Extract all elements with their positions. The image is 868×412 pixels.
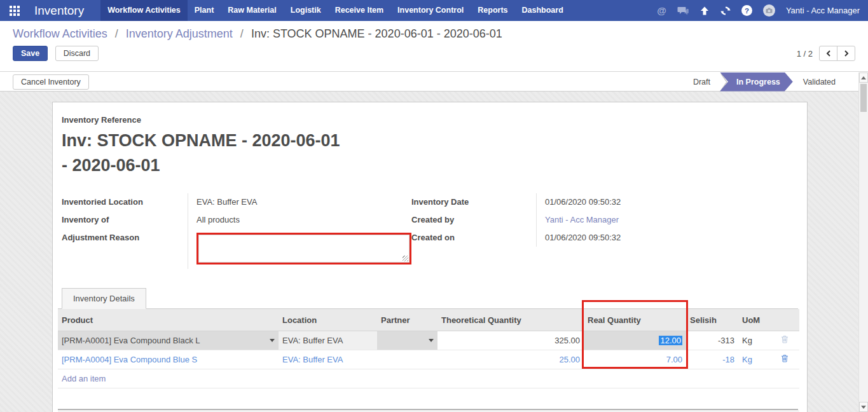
- inventory-date-value[interactable]: 01/06/2020 09:50:32: [536, 193, 803, 211]
- status-step-validated[interactable]: Validated: [793, 72, 846, 92]
- tab-strip: Inventory Details: [58, 288, 798, 309]
- form-action-bar: Cancel Inventory Draft In Progress Valid…: [0, 72, 858, 92]
- arrow-up-icon[interactable]: [699, 6, 710, 16]
- pager-previous-button[interactable]: [819, 46, 837, 61]
- main-menu: Workflow Activities Plant Raw Material L…: [100, 0, 570, 21]
- delete-row-button[interactable]: [770, 331, 799, 350]
- column-header-partner[interactable]: Partner: [377, 309, 437, 331]
- column-header-uom[interactable]: UoM: [738, 309, 770, 331]
- theoretical-quantity-cell[interactable]: 25.00: [437, 350, 584, 369]
- refresh-icon[interactable]: [720, 6, 731, 16]
- chevron-down-icon: [270, 339, 275, 342]
- breadcrumb-separator: /: [115, 27, 118, 40]
- breadcrumb: Workflow Activities / Inventory Adjustme…: [13, 27, 855, 41]
- add-an-item-link[interactable]: Add an item: [58, 369, 799, 388]
- product-cell[interactable]: [PRM-A0004] Eva Compound Blue S: [58, 350, 279, 369]
- control-panel: Workflow Activities / Inventory Adjustme…: [0, 21, 868, 72]
- triangle-down-icon: [861, 406, 866, 409]
- top-navbar: Inventory Workflow Activities Plant Raw …: [0, 0, 868, 21]
- breadcrumb-inventory-adjustment[interactable]: Inventory Adjustment: [126, 27, 233, 40]
- right-field-group: Inventory Date 01/06/2020 09:50:32 Creat…: [411, 193, 803, 269]
- location-cell[interactable]: EVA: Buffer EVA: [279, 350, 377, 369]
- adjustment-reason-textarea[interactable]: [198, 235, 410, 263]
- table-header-row: Product Location Partner Theoretical Qua…: [58, 309, 799, 331]
- menu-item-plant[interactable]: Plant: [188, 0, 221, 21]
- table-row: [PRM-A0004] Eva Compound Blue S EVA: Buf…: [58, 350, 799, 369]
- product-dropdown[interactable]: [PRM-A0001] Eva Compound Black L: [58, 331, 279, 350]
- pager-next-button[interactable]: [837, 46, 855, 61]
- control-panel-buttons-row: Save Discard 1 / 2: [13, 46, 855, 61]
- cancel-inventory-button[interactable]: Cancel Inventory: [13, 74, 89, 90]
- breadcrumb-workflow-activities[interactable]: Workflow Activities: [13, 27, 107, 40]
- status-step-draft[interactable]: Draft: [683, 72, 720, 92]
- menu-item-reports[interactable]: Reports: [471, 0, 514, 21]
- created-on-value[interactable]: 01/06/2020 09:50:32: [536, 229, 803, 247]
- form-sheet: Inventory Reference Inv: STOCK OPNAME - …: [52, 102, 808, 412]
- trash-icon: [781, 335, 789, 343]
- discard-button[interactable]: Discard: [55, 46, 99, 61]
- chevron-down-icon: [429, 339, 434, 342]
- triangle-up-icon: [861, 76, 866, 79]
- delete-row-button[interactable]: [770, 350, 799, 369]
- column-header-real-quantity[interactable]: Real Quantity: [584, 309, 686, 331]
- real-quantity-cell[interactable]: 7.00: [584, 350, 686, 369]
- inventory-reference-label: Inventory Reference: [58, 115, 798, 125]
- product-value: [PRM-A0001] Eva Compound Black L: [62, 336, 200, 345]
- column-header-actions: [770, 309, 799, 331]
- pager: 1 / 2: [797, 46, 855, 61]
- chat-icon[interactable]: [677, 6, 689, 15]
- inventoried-location-value[interactable]: EVA: Buffer EVA: [188, 193, 411, 211]
- created-by-label: Created by: [411, 211, 536, 229]
- column-header-selisih[interactable]: Selisih: [686, 309, 738, 331]
- notebook: Inventory Details Product Location Partn…: [58, 288, 798, 412]
- app-title[interactable]: Inventory: [34, 0, 84, 21]
- help-icon[interactable]: ?: [741, 5, 752, 16]
- record-buttons: Save Discard: [13, 46, 99, 61]
- selisih-cell[interactable]: -18: [686, 350, 738, 369]
- created-by-value[interactable]: Yanti - Acc Manager: [536, 211, 803, 229]
- inventoried-location-label: Inventoried Location: [62, 193, 188, 211]
- chevron-right-icon: [844, 50, 849, 57]
- pager-counter: 1 / 2: [797, 49, 813, 58]
- annotation-box-adjustment-reason: [196, 233, 411, 264]
- inventory-lines-table: Product Location Partner Theoretical Qua…: [58, 309, 799, 388]
- menu-item-raw-material[interactable]: Raw Material: [221, 0, 283, 21]
- table-spacer: [58, 388, 798, 409]
- uom-cell: Kg: [738, 331, 770, 350]
- menu-item-receive-item[interactable]: Receive Item: [328, 0, 390, 21]
- navbar-right-tools: @ ? Yanti - Acc Manager: [657, 0, 868, 21]
- created-on-label: Created on: [411, 229, 536, 247]
- statusbar: Draft In Progress Validated: [683, 72, 846, 92]
- real-quantity-input[interactable]: 12.00: [584, 331, 686, 350]
- apps-grid-glyph: [10, 6, 20, 16]
- totals-row: 350.00 19.00 -331: [58, 409, 798, 412]
- field-groups: Inventoried Location EVA: Buffer EVA Inv…: [58, 193, 798, 269]
- column-header-product[interactable]: Product: [58, 309, 279, 331]
- inventory-of-value[interactable]: All products: [188, 211, 411, 229]
- partner-dropdown[interactable]: [377, 331, 437, 350]
- status-step-in-progress[interactable]: In Progress: [720, 72, 793, 92]
- chevron-left-icon: [826, 50, 831, 57]
- scroll-up-button[interactable]: [859, 72, 868, 83]
- apps-grid-icon[interactable]: [0, 0, 29, 21]
- scroll-down-button[interactable]: [859, 402, 868, 412]
- user-menu[interactable]: Yanti - Acc Manager: [786, 6, 860, 15]
- column-header-theoretical-quantity[interactable]: Theoretical Quantity: [437, 309, 584, 331]
- partner-cell[interactable]: [377, 350, 437, 369]
- menu-item-dashboard[interactable]: Dashboard: [515, 0, 570, 21]
- save-button[interactable]: Save: [13, 46, 48, 61]
- scrollbar-thumb[interactable]: [860, 84, 867, 112]
- column-header-location[interactable]: Location: [279, 309, 377, 331]
- adjustment-reason-label: Adjustment Reason: [62, 229, 188, 269]
- vertical-scrollbar[interactable]: [858, 72, 868, 412]
- uom-cell[interactable]: Kg: [738, 350, 770, 369]
- at-mentions-icon[interactable]: @: [657, 5, 666, 16]
- theoretical-quantity-cell[interactable]: 325.00: [437, 331, 584, 350]
- menu-item-inventory-control[interactable]: Inventory Control: [390, 0, 471, 21]
- selected-text: 12.00: [659, 336, 682, 345]
- location-field[interactable]: EVA: Buffer EVA: [279, 331, 377, 350]
- avatar[interactable]: [763, 4, 775, 17]
- menu-item-logistik[interactable]: Logistik: [284, 0, 328, 21]
- menu-item-workflow-activities[interactable]: Workflow Activities: [100, 0, 188, 21]
- tab-inventory-details[interactable]: Inventory Details: [62, 288, 146, 309]
